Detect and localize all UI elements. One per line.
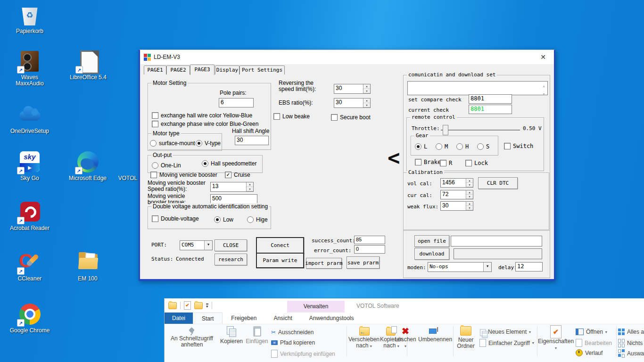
research-button[interactable]: research: [215, 254, 247, 265]
lock-checkbox[interactable]: Lock: [465, 160, 488, 166]
desktop-icon-waves-maxxaudio[interactable]: ↗ Waves MaxxAudio: [8, 49, 52, 87]
vol-cal-field[interactable]: 1456 ▲▼: [440, 178, 473, 188]
secure-boot-checkbox[interactable]: Secure boot: [331, 114, 371, 121]
download-button[interactable]: download: [414, 248, 449, 260]
one-lin-radio[interactable]: One-Lin: [152, 162, 181, 169]
select-none-button[interactable]: Nichts: [618, 339, 643, 347]
v-type-radio[interactable]: V-type: [196, 140, 221, 147]
close-icon[interactable]: ✕: [537, 52, 549, 62]
gear-m-radio[interactable]: M: [436, 143, 448, 150]
param-write-button[interactable]: Param write: [256, 253, 304, 268]
open-file-field[interactable]: [451, 236, 542, 247]
paste-button[interactable]: Einfügen: [244, 326, 270, 345]
quick-access-toolbar[interactable]: ✔ ▾: [168, 301, 212, 310]
spinner[interactable]: ▲▼: [246, 182, 253, 191]
speed-ratio-field[interactable]: 13 ▲▼: [210, 182, 254, 192]
exchange-hall-checkbox[interactable]: exchange hall wire color Yellow-Blue: [152, 112, 252, 119]
weak-flux-field[interactable]: 30 ▲▼: [440, 201, 473, 211]
hall-shift-field[interactable]: 30: [235, 136, 269, 145]
tab-page3[interactable]: PAGE3: [190, 65, 215, 75]
spinner[interactable]: ▲▼: [363, 99, 370, 107]
desktop-icon-sky-go[interactable]: sky▶ ↗ Sky Go: [8, 150, 52, 181]
tab-display[interactable]: Display: [215, 66, 239, 74]
tab-ansicht[interactable]: Ansicht: [265, 313, 300, 324]
desktop-icon-google-chrome[interactable]: ↗ Google Chrome: [8, 302, 52, 334]
cut-button[interactable]: ✂ Ausschneiden: [271, 329, 314, 336]
tab-anwendungstools[interactable]: Anwendungstools: [301, 313, 363, 324]
cur-cal-field[interactable]: 72 ▲▼: [440, 190, 473, 199]
low-radio[interactable]: Low: [214, 216, 233, 223]
brake-checkbox[interactable]: Brake: [415, 159, 441, 165]
gear-l-radio[interactable]: L: [415, 143, 427, 150]
properties-button[interactable]: ✔ Eigenschaften ▾: [538, 325, 574, 351]
tab-page1[interactable]: PAGE1: [144, 66, 166, 74]
throttle-slider-track[interactable]: [441, 130, 520, 131]
spinner[interactable]: ▲▼: [466, 202, 473, 210]
torque-field[interactable]: 500: [210, 194, 257, 204]
open-file-button[interactable]: open file: [414, 235, 449, 247]
tab-freigeben[interactable]: Freigeben: [223, 313, 265, 324]
tab-page2[interactable]: PAGE2: [166, 66, 190, 74]
reversing-field[interactable]: 30 ▲▼: [334, 84, 371, 94]
message-textarea[interactable]: ▲▼: [407, 81, 548, 95]
paste-shortcut-button[interactable]: Verknüpfung einfügen: [271, 350, 335, 358]
import-param-button[interactable]: import prarm: [306, 258, 342, 269]
hige-radio[interactable]: Hige: [247, 216, 268, 223]
desktop-icon-em-100[interactable]: EM 100: [66, 250, 110, 282]
easy-access-button[interactable]: Einfacher Zugriff ▾: [479, 339, 534, 347]
connect-button[interactable]: Conect: [256, 237, 304, 254]
hall-speedometter-radio[interactable]: Hall speedometter: [202, 160, 256, 167]
qat-customize-icon[interactable]: ▾: [206, 304, 208, 308]
desktop-icon-acrobat-reader[interactable]: ↗ Acrobat Reader: [8, 200, 52, 231]
desktop-icon-microsoft-edge[interactable]: ↗ Microsoft Edge: [66, 150, 110, 181]
verwalten-context-tab[interactable]: Verwalten: [287, 301, 345, 313]
desktop-icon-onedrive-setup[interactable]: OneDriveSetup: [8, 103, 52, 134]
error-count-field[interactable]: 0: [354, 245, 385, 254]
collapse-arrow-icon[interactable]: <: [388, 148, 400, 168]
tab-datei[interactable]: Datei: [165, 313, 193, 324]
edit-button[interactable]: Bearbeiten: [576, 339, 612, 347]
double-voltage-checkbox[interactable]: Double-voltage: [152, 215, 199, 222]
moving-booster-checkbox[interactable]: Moving venicle booster: [150, 172, 217, 178]
folder-icon[interactable]: [194, 302, 203, 309]
port-combobox[interactable]: COM5▼: [180, 240, 213, 250]
copy-button[interactable]: Kopieren: [218, 326, 245, 345]
low-beake-checkbox[interactable]: Low beake: [273, 113, 310, 120]
dropdown-arrow-icon[interactable]: ▼: [204, 241, 212, 250]
copy-path-button[interactable]: w Pfad kopieren: [271, 339, 315, 346]
move-to-button[interactable]: ← Verschieben nach ▾: [348, 326, 380, 349]
spinner[interactable]: ▲▼: [363, 84, 370, 93]
surface-mount-radio[interactable]: surface-mount: [150, 140, 195, 147]
r-checkbox[interactable]: R: [440, 160, 452, 166]
moden-combobox[interactable]: No-ops▼: [428, 262, 492, 272]
desktop-icon-recycle-bin[interactable]: ♻ Papierkorb: [8, 3, 52, 34]
new-item-button[interactable]: Neues Element ▾: [479, 329, 531, 335]
throttle-slider-thumb[interactable]: [443, 125, 448, 135]
rename-button[interactable]: I Umbenennen: [418, 326, 451, 343]
gear-h-radio[interactable]: H: [456, 143, 469, 150]
gear-s-radio[interactable]: S: [477, 143, 489, 150]
desktop-icon-ccleaner[interactable]: C ↗ CCleaner: [8, 250, 52, 282]
delete-button[interactable]: ✖ Löschen ▾: [392, 326, 419, 349]
dropdown-arrow-icon[interactable]: ▼: [483, 263, 491, 272]
tab-port-settings[interactable]: Port Settings: [239, 66, 285, 74]
spinner[interactable]: ▲▼: [466, 190, 473, 199]
select-all-button[interactable]: Alles au: [618, 329, 644, 335]
set-compare-field[interactable]: 8801: [469, 94, 512, 104]
delay-field[interactable]: 12: [515, 262, 543, 272]
new-folder-button[interactable]: NeuerOrdner: [454, 326, 478, 349]
save-param-button[interactable]: save prarm: [347, 256, 380, 269]
ebs-field[interactable]: 30 ▲▼: [334, 98, 371, 108]
tab-start[interactable]: Start: [193, 313, 223, 324]
scrollbar[interactable]: ▲▼: [541, 82, 547, 94]
app-titlebar[interactable]: LD-EM-V3 ✕: [140, 50, 554, 64]
clr-dtc-button[interactable]: CLR DTC: [478, 177, 518, 189]
pin-quick-access-button[interactable]: An Schnellzugriffanheften: [165, 327, 218, 348]
close-port-button[interactable]: CLOSE: [215, 239, 247, 251]
history-button[interactable]: Verlauf: [576, 349, 603, 356]
exchange-phase-checkbox[interactable]: exchange phase wire color Blue-Green: [152, 121, 258, 127]
folder-icon[interactable]: [168, 302, 177, 309]
checkmark-doc-icon[interactable]: ✔: [184, 301, 191, 310]
success-count-field[interactable]: 85: [354, 236, 385, 244]
pole-pairs-field[interactable]: 6: [219, 98, 254, 107]
